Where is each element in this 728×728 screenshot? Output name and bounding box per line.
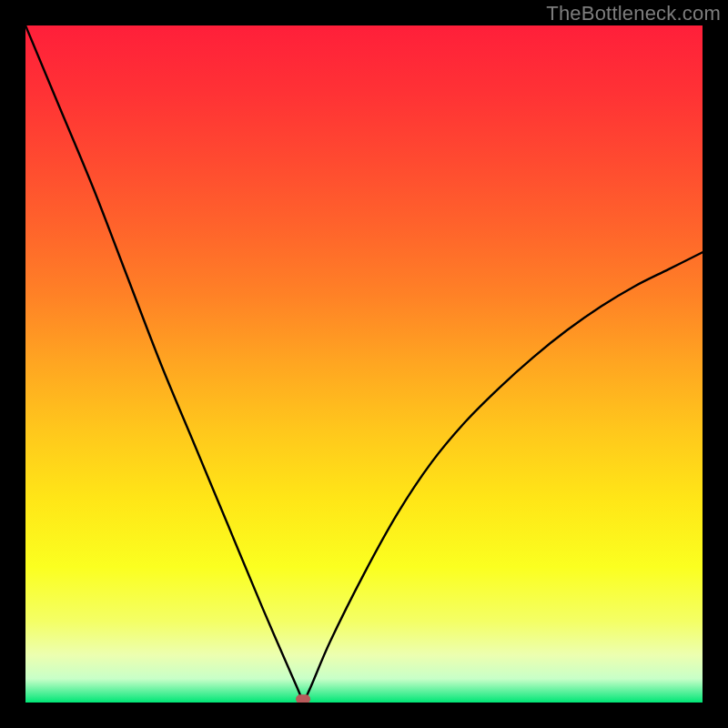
- bottleneck-curve: [25, 25, 703, 699]
- curve-layer: [25, 25, 703, 703]
- chart-frame: TheBottleneck.com: [0, 0, 728, 728]
- optimal-marker: [296, 694, 310, 703]
- plot-area: [25, 25, 703, 703]
- watermark-text: TheBottleneck.com: [546, 2, 721, 25]
